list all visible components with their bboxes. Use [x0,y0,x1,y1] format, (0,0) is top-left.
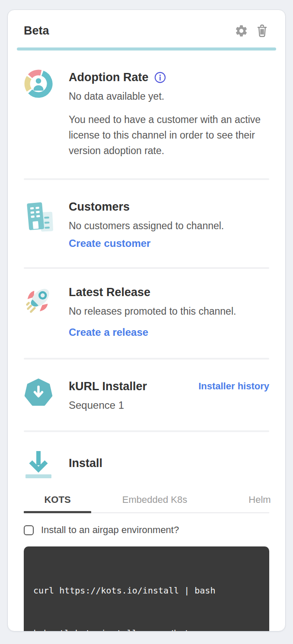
info-icon[interactable] [154,72,166,83]
kurl-installer-section: kURL Installer Installer history Sequenc… [24,379,269,412]
install-section: Install [24,449,269,480]
adoption-rate-title: Adoption Rate [69,69,269,85]
customers-title: Customers [69,199,269,215]
installer-history-link[interactable]: Installer history [198,381,269,392]
heptagon-download-icon [24,379,53,407]
customers-empty-text: No customers assigned to channel. [69,218,269,234]
adoption-rate-section: Adoption Rate No data available yet. You… [24,69,269,158]
download-arrow-icon [24,449,53,480]
create-release-link[interactable]: Create a release [69,326,148,339]
release-empty-text: No releases promoted to this channel. [69,303,269,319]
trash-icon [255,24,269,38]
tab-helm[interactable]: Helm [225,493,286,512]
latest-release-title: Latest Release [69,284,269,300]
adoption-empty-body: You need to have a customer with an acti… [69,112,269,158]
create-customer-link[interactable]: Create customer [69,237,150,250]
adoption-donut-person-icon [24,69,53,98]
card-header: Beta [24,24,269,38]
section-divider [24,178,269,180]
installer-sequence: Sequence 1 [69,398,269,412]
install-tabs: KOTS Embedded K8s Helm [24,493,269,513]
latest-release-section: Latest Release No releases promoted to t… [24,284,269,339]
command-line: curl https://kots.io/install | bash [33,584,260,598]
command-line: kubectl kots install myapp/beta [33,626,260,631]
header-actions [234,23,269,38]
channel-name: Beta [24,24,234,38]
airgap-row: Install to an airgap environment? [24,524,269,536]
kurl-installer-title: kURL Installer [69,379,147,394]
adoption-empty-title: No data available yet. [69,88,269,104]
tab-embedded-k8s[interactable]: Embedded K8s [101,493,209,512]
buildings-icon [24,199,53,233]
rocket-icon [24,284,53,316]
tab-kots[interactable]: KOTS [24,493,91,512]
airgap-checkbox[interactable] [24,525,34,535]
section-divider [24,430,269,432]
install-command-block[interactable]: curl https://kots.io/install | bash kube… [24,546,269,631]
channel-settings-button[interactable] [234,23,248,38]
install-title: Install [69,455,269,471]
airgap-label: Install to an airgap environment? [41,524,179,536]
section-divider [24,267,269,269]
channel-card: Beta [7,9,286,631]
gear-icon [235,24,248,38]
customers-section: Customers No customers assigned to chann… [24,199,269,250]
section-divider [24,358,269,360]
delete-channel-button[interactable] [255,23,269,38]
channel-accent-bar [17,47,276,51]
